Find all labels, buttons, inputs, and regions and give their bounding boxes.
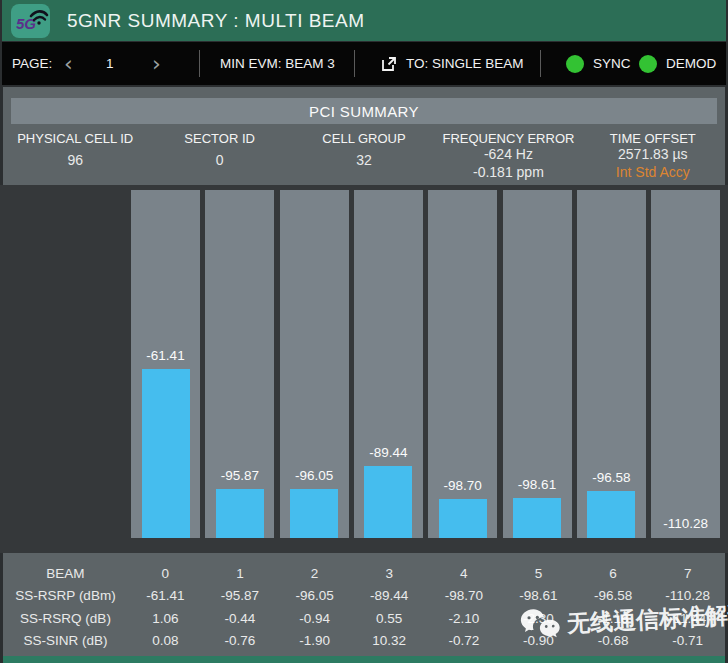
table-cell: -1.16: [576, 611, 651, 626]
table-cell: -61.41: [128, 588, 203, 603]
table-cell: -0.94: [277, 611, 352, 626]
table-cell: -0.76: [203, 633, 278, 648]
5g-logo-icon: 5G: [11, 4, 50, 38]
row-header: SS-RSRP (dBm): [3, 588, 128, 603]
row-header: SS-RSRQ (dB): [3, 611, 128, 626]
pci-field: PHYSICAL CELL ID96: [3, 129, 147, 185]
bar-value-label: -96.05: [280, 468, 349, 486]
pci-field: CELL GROUP32: [292, 129, 436, 185]
pci-field: TIME OFFSET2571.83 µsInt Std Accy: [581, 129, 725, 185]
table-cell: -0.68: [576, 633, 651, 648]
pci-fields: PHYSICAL CELL ID96SECTOR ID0CELL GROUP32…: [3, 129, 725, 185]
page-label: PAGE:: [12, 42, 52, 85]
beam-bar-0: [142, 369, 190, 538]
beam-column-3: -89.44: [354, 190, 423, 538]
beam-bar-chart: -61.41-95.87-96.05-89.44-98.70-98.61-96.…: [0, 185, 728, 553]
table-cell: -1.90: [277, 633, 352, 648]
pci-field-value: 0: [147, 152, 291, 168]
svg-text:5G: 5G: [16, 15, 36, 32]
external-link-icon: [381, 56, 397, 72]
table-row-beam: BEAM01234567: [3, 562, 725, 585]
pci-field-value2: Int Std Accy: [581, 164, 725, 180]
pci-summary-title: PCI SUMMARY: [11, 98, 717, 124]
demod-status-led: [639, 55, 657, 73]
beam-column-2: -96.05: [280, 190, 349, 538]
pci-field: SECTOR ID0: [147, 129, 291, 185]
pci-field-value: 32: [292, 152, 436, 168]
pci-field-label: SECTOR ID: [147, 131, 291, 146]
toolbar-divider: [199, 50, 200, 77]
pci-field-value2: -0.181 ppm: [436, 164, 580, 180]
table-cell: -98.61: [501, 588, 576, 603]
pci-field-value: 2571.83 µs: [581, 146, 725, 162]
table-row-ss-rsrq: SS-RSRQ (dB)1.06-0.44-0.940.55-2.10-2.30…: [3, 607, 725, 630]
beam-column-1: -95.87: [205, 190, 274, 538]
table-cell: 7: [650, 566, 725, 581]
beam-column-4: -98.70: [428, 190, 497, 538]
toolbar-divider: [354, 50, 355, 77]
title-bar: 5G 5GNR SUMMARY : MULTI BEAM: [2, 0, 726, 41]
pci-field: FREQUENCY ERROR-624 Hz-0.181 ppm: [436, 129, 580, 185]
table-cell: 0: [128, 566, 203, 581]
table-cell: -110.28: [650, 588, 725, 603]
app-window: 5G 5GNR SUMMARY : MULTI BEAM PAGE: ‹ 1 ›…: [0, 0, 728, 663]
table-cell: 2: [277, 566, 352, 581]
to-single-beam-label: TO: SINGLE BEAM: [406, 56, 524, 71]
table-cell: -0.72: [427, 633, 502, 648]
table-cell: 4: [427, 566, 502, 581]
table-cell: 5: [501, 566, 576, 581]
bar-value-label: -61.41: [131, 348, 200, 366]
pci-field-label: PHYSICAL CELL ID: [3, 131, 147, 146]
beam-column-7: -110.28: [651, 190, 720, 538]
table-cell: -95.87: [203, 588, 278, 603]
beam-bar-2: [290, 489, 338, 538]
bar-value-label: -96.58: [577, 470, 646, 488]
bar-value-label: -110.28: [651, 516, 720, 534]
row-header: SS-SINR (dB): [3, 633, 128, 648]
table-cell: 0.08: [128, 633, 203, 648]
toolbar: PAGE: ‹ 1 › MIN EVM: BEAM 3 TO: SINGL: [2, 42, 726, 85]
bar-value-label: -95.87: [205, 468, 274, 486]
table-cell: -0.90: [501, 633, 576, 648]
table-cell: -96.58: [576, 588, 651, 603]
to-single-beam-button[interactable]: TO: SINGLE BEAM: [381, 56, 524, 72]
demod-label: DEMOD: [666, 56, 716, 71]
bar-value-label: -89.44: [354, 445, 423, 463]
table-cell: 0.55: [352, 611, 427, 626]
table-cell: 1.06: [128, 611, 203, 626]
beam-column-0: -61.41: [131, 190, 200, 538]
page-prev-button[interactable]: ‹: [60, 53, 77, 75]
table-cell: -89.44: [352, 588, 427, 603]
table-cell: -2.10: [427, 611, 502, 626]
beam-bar-5: [513, 498, 561, 538]
beam-column-6: -96.58: [577, 190, 646, 538]
pci-field-value: -624 Hz: [436, 146, 580, 162]
beam-metrics-table: BEAM01234567SS-RSRP (dBm)-61.41-95.87-96…: [3, 553, 725, 656]
table-cell: -2.30: [501, 611, 576, 626]
page-next-button[interactable]: ›: [148, 53, 165, 75]
table-row-ss-rsrp: SS-RSRP (dBm)-61.41-95.87-96.05-89.44-98…: [3, 585, 725, 608]
beam-bar-6: [587, 491, 635, 538]
table-cell: 10.32: [352, 633, 427, 648]
bottom-accent-strip: [3, 656, 725, 663]
beam-bar-3: [364, 466, 412, 538]
table-row-ss-sinr: SS-SINR (dB)0.08-0.76-1.9010.32-0.72-0.9…: [3, 630, 725, 653]
sync-status-led: [566, 55, 584, 73]
beam-bar-4: [439, 499, 487, 538]
sync-label: SYNC: [593, 56, 631, 71]
pci-summary-panel: PCI SUMMARY PHYSICAL CELL ID96SECTOR ID0…: [3, 87, 725, 185]
page-title: 5GNR SUMMARY : MULTI BEAM: [67, 10, 365, 32]
page-number[interactable]: 1: [106, 42, 114, 85]
table-cell: -0.44: [203, 611, 278, 626]
table-cell: -0.71: [650, 633, 725, 648]
bar-value-label: -98.61: [503, 477, 572, 495]
pci-field-label: FREQUENCY ERROR: [436, 131, 580, 146]
beam-column-5: -98.61: [503, 190, 572, 538]
table-cell: 3: [352, 566, 427, 581]
table-cell: 6: [576, 566, 651, 581]
row-header: BEAM: [3, 566, 128, 581]
5g-app-logo: 5G: [11, 4, 50, 38]
table-cell: -96.05: [277, 588, 352, 603]
beam-bar-1: [216, 489, 264, 538]
min-evm-button[interactable]: MIN EVM: BEAM 3: [220, 56, 335, 71]
